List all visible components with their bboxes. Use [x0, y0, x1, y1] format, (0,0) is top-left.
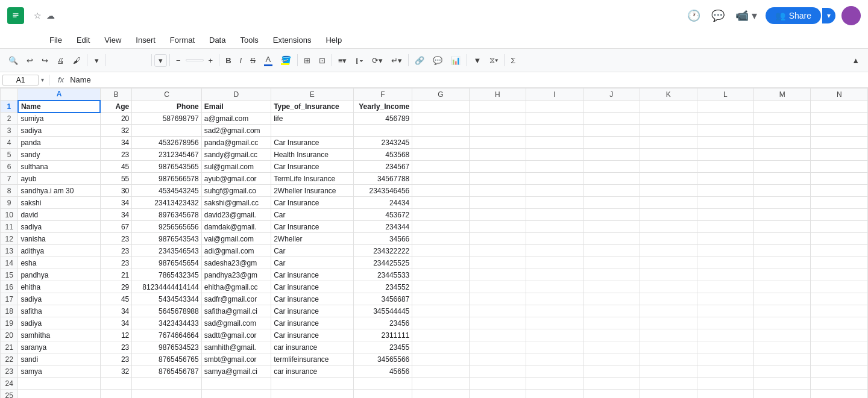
redo-button[interactable]: ↪ [38, 54, 52, 67]
cell-15-D[interactable]: pandhya23@gm [201, 269, 271, 281]
cell-23-J[interactable] [583, 365, 640, 378]
cell-1-C[interactable]: Phone [132, 101, 201, 113]
cell-15-G[interactable] [412, 269, 469, 281]
share-button[interactable]: 👥 Share [766, 7, 821, 24]
col-header-i[interactable]: I [526, 89, 583, 101]
cell-24-H[interactable] [469, 378, 526, 390]
cell-22-J[interactable] [583, 353, 640, 365]
zoom-selector[interactable]: ▾ [90, 54, 102, 67]
cell-3-I[interactable] [526, 125, 583, 137]
cell-17-K[interactable] [640, 293, 697, 305]
print-button[interactable]: 🖨 [53, 54, 68, 67]
cell-23-G[interactable] [412, 365, 469, 378]
cell-25-I[interactable] [526, 390, 583, 399]
cell-17-J[interactable] [583, 293, 640, 305]
cell-3-E[interactable] [271, 125, 353, 137]
merge-cells-button[interactable]: ⊡ [315, 54, 329, 67]
menu-data[interactable]: Data [203, 34, 231, 46]
col-header-c[interactable]: C [132, 89, 201, 101]
text-rotation-button[interactable]: ⟳▾ [368, 54, 386, 67]
cell-14-A[interactable]: esha [18, 257, 100, 269]
cell-16-I[interactable] [526, 281, 583, 293]
camera-button[interactable]: 📹 ▾ [733, 7, 760, 25]
cell-3-N[interactable] [811, 125, 868, 137]
cell-21-I[interactable] [526, 341, 583, 353]
cell-15-C[interactable]: 7865432345 [132, 269, 201, 281]
menu-format[interactable]: Format [164, 34, 201, 46]
col-header-k[interactable]: K [640, 89, 697, 101]
cell-23-M[interactable] [753, 365, 810, 378]
cell-20-H[interactable] [469, 329, 526, 341]
cell-6-J[interactable] [583, 161, 640, 173]
cell-19-G[interactable] [412, 317, 469, 329]
cell-5-H[interactable] [469, 149, 526, 161]
cell-10-B[interactable]: 34 [100, 209, 131, 221]
cell-22-E[interactable]: termlifeinsurance [271, 353, 353, 365]
cell-23-E[interactable]: car insurance [271, 365, 353, 378]
cell-7-I[interactable] [526, 173, 583, 185]
row-header-22[interactable]: 22 [1, 353, 18, 365]
cell-6-I[interactable] [526, 161, 583, 173]
cell-5-B[interactable]: 23 [100, 149, 131, 161]
cell-8-F[interactable]: 2343546456 [353, 185, 412, 197]
cell-2-D[interactable]: a@gmail.com [201, 113, 271, 125]
cell-15-F[interactable]: 23445533 [353, 269, 412, 281]
cell-1-B[interactable]: Age [100, 101, 131, 113]
cell-19-I[interactable] [526, 317, 583, 329]
cell-16-A[interactable]: ehitha [18, 281, 100, 293]
cell-25-H[interactable] [469, 390, 526, 399]
col-header-l[interactable]: L [697, 89, 753, 101]
cell-9-K[interactable] [640, 197, 697, 209]
row-header-7[interactable]: 7 [1, 173, 18, 185]
cell-3-F[interactable] [353, 125, 412, 137]
cell-9-F[interactable]: 24434 [353, 197, 412, 209]
cell-3-H[interactable] [469, 125, 526, 137]
row-header-24[interactable]: 24 [1, 378, 18, 390]
cell-5-D[interactable]: sandy@gmail.cc [201, 149, 271, 161]
cell-13-L[interactable] [697, 245, 753, 257]
cell-3-G[interactable] [412, 125, 469, 137]
cell-7-H[interactable] [469, 173, 526, 185]
cell-19-H[interactable] [469, 317, 526, 329]
cell-8-D[interactable]: suhgf@gmail.co [201, 185, 271, 197]
cell-18-C[interactable]: 5645678988 [132, 305, 201, 317]
cell-8-I[interactable] [526, 185, 583, 197]
cell-11-F[interactable]: 234344 [353, 221, 412, 233]
cell-reference-input[interactable] [2, 75, 39, 86]
cell-8-K[interactable] [640, 185, 697, 197]
cell-13-K[interactable] [640, 245, 697, 257]
cell-4-A[interactable]: panda [18, 137, 100, 149]
cell-14-G[interactable] [412, 257, 469, 269]
cell-24-B[interactable] [100, 378, 131, 390]
strikethrough-button[interactable]: S [247, 54, 259, 67]
decrease-decimal-button[interactable] [125, 58, 132, 63]
cell-2-C[interactable]: 587698797 [132, 113, 201, 125]
cell-12-E[interactable]: 2Wheller [271, 233, 353, 245]
cell-24-A[interactable] [18, 378, 100, 390]
cell-15-L[interactable] [697, 269, 753, 281]
cell-20-L[interactable] [697, 329, 753, 341]
row-header-18[interactable]: 18 [1, 305, 18, 317]
cell-25-M[interactable] [753, 390, 810, 399]
cell-17-E[interactable]: Car insurance [271, 293, 353, 305]
cell-5-K[interactable] [640, 149, 697, 161]
cell-16-H[interactable] [469, 281, 526, 293]
cell-6-H[interactable] [469, 161, 526, 173]
filter-views-button[interactable]: ⧖▾ [486, 53, 502, 67]
cell-24-I[interactable] [526, 378, 583, 390]
row-header-20[interactable]: 20 [1, 329, 18, 341]
cell-2-J[interactable] [583, 113, 640, 125]
cell-21-J[interactable] [583, 341, 640, 353]
cell-9-L[interactable] [697, 197, 753, 209]
cell-14-I[interactable] [526, 257, 583, 269]
cell-8-G[interactable] [412, 185, 469, 197]
col-header-j[interactable]: J [583, 89, 640, 101]
cell-6-K[interactable] [640, 161, 697, 173]
cell-5-G[interactable] [412, 149, 469, 161]
cell-7-F[interactable]: 34567788 [353, 173, 412, 185]
cell-12-C[interactable]: 9876543543 [132, 233, 201, 245]
cell-6-B[interactable]: 45 [100, 161, 131, 173]
cell-16-E[interactable]: Car insurance [271, 281, 353, 293]
cell-4-L[interactable] [697, 137, 753, 149]
cell-11-M[interactable] [753, 221, 810, 233]
